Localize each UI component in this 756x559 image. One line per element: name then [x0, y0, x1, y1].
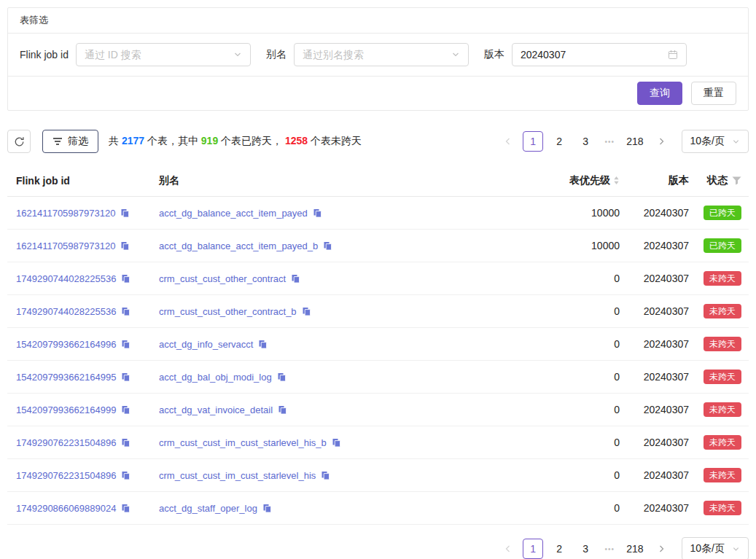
next-page-button[interactable]: [652, 131, 670, 152]
priority-cell: 0: [510, 273, 620, 284]
page-item-3[interactable]: 3: [575, 539, 596, 559]
copy-icon[interactable]: [121, 307, 130, 316]
copy-icon[interactable]: [302, 307, 311, 316]
alias-cell: acct_dg_staff_oper_log: [159, 503, 510, 514]
copy-icon[interactable]: [121, 274, 130, 284]
copy-icon[interactable]: [323, 241, 332, 251]
page-item-1[interactable]: 1: [523, 131, 543, 152]
summary-prefix: 共: [109, 135, 122, 146]
alias-link[interactable]: crm_cust_cust_other_contract: [159, 273, 286, 284]
status-badge: 未跨天: [704, 271, 741, 286]
copy-icon[interactable]: [121, 372, 130, 382]
calendar-icon: [668, 50, 678, 60]
version-cell: 20240307: [620, 207, 689, 219]
status-header-label: 状态: [707, 174, 728, 187]
status-badge: 已跨天: [704, 238, 741, 253]
job-id-link[interactable]: 1749290744028225536: [16, 306, 116, 317]
alias-link[interactable]: acct_dg_bal_obj_modi_log: [159, 372, 272, 383]
job-id-link[interactable]: 1749290762231504896: [16, 470, 116, 481]
alias-link[interactable]: acct_dg_balance_acct_item_payed_b: [159, 241, 318, 251]
page-size-select[interactable]: 10条/页: [682, 130, 749, 153]
version-value: 20240307: [644, 404, 689, 415]
version-cell: 20240307: [620, 240, 689, 251]
page-item-last[interactable]: 218: [623, 131, 646, 152]
job-id-link[interactable]: 1749290866069889024: [16, 503, 116, 514]
copy-icon[interactable]: [291, 274, 300, 284]
page-item-2[interactable]: 2: [549, 131, 569, 152]
alias-link[interactable]: acct_dg_info_servacct: [159, 339, 253, 350]
copy-icon[interactable]: [332, 438, 341, 447]
filter-button[interactable]: 筛选: [42, 130, 98, 153]
copy-icon[interactable]: [121, 471, 130, 480]
priority-value: 0: [614, 502, 620, 514]
priority-cell: 0: [510, 338, 620, 350]
copy-icon[interactable]: [120, 208, 130, 218]
chevron-down-icon: [233, 50, 242, 59]
alias-input[interactable]: [303, 49, 451, 60]
copy-icon[interactable]: [121, 438, 130, 447]
prev-page-button[interactable]: [499, 539, 517, 559]
alias-cell: acct_dg_balance_acct_item_payed_b: [159, 241, 510, 251]
alias-select[interactable]: [294, 43, 469, 66]
alias-link[interactable]: acct_dg_staff_oper_log: [159, 503, 257, 514]
refresh-button[interactable]: [7, 130, 31, 153]
reset-button[interactable]: 重置: [691, 82, 736, 105]
job-id-link[interactable]: 1749290744028225536: [16, 273, 116, 284]
copy-icon[interactable]: [121, 340, 130, 349]
search-button[interactable]: 查询: [637, 82, 682, 105]
pagination-ellipsis[interactable]: •••: [601, 545, 617, 553]
sort-icon[interactable]: [613, 176, 620, 185]
alias-link[interactable]: crm_cust_cust_other_contract_b: [159, 306, 297, 317]
copy-icon[interactable]: [258, 340, 268, 349]
job-id-link[interactable]: 1542097993662164999: [16, 404, 116, 415]
page-item-last[interactable]: 218: [623, 539, 646, 559]
job-id-link[interactable]: 1542097993662164996: [16, 339, 116, 350]
table-row: 1749290762231504896 crm_cust_cust_im_cus…: [7, 459, 749, 492]
job-id-link[interactable]: 1542097993662164995: [16, 372, 116, 383]
version-input[interactable]: [521, 49, 668, 60]
status-cell: 已跨天: [689, 238, 749, 253]
filter-fields-row: Flink job id 别名 版本: [8, 34, 748, 76]
copy-icon[interactable]: [277, 372, 287, 382]
copy-icon[interactable]: [321, 471, 330, 480]
page-size-select[interactable]: 10条/页: [682, 537, 749, 559]
pagination-ellipsis[interactable]: •••: [601, 138, 617, 146]
version-cell: 20240307: [620, 437, 689, 448]
copy-icon[interactable]: [121, 405, 130, 415]
alias-field: 别名: [266, 43, 469, 66]
page-item-2[interactable]: 2: [549, 539, 569, 559]
page-item-3[interactable]: 3: [575, 131, 596, 152]
copy-icon[interactable]: [120, 241, 130, 251]
job-id-cell: 1749290744028225536: [7, 306, 159, 317]
alias-link[interactable]: crm_cust_cust_im_cust_starlevel_his: [159, 470, 316, 481]
job-id-input[interactable]: [85, 49, 233, 60]
next-page-button[interactable]: [652, 539, 670, 559]
version-label: 版本: [484, 48, 504, 61]
copy-icon[interactable]: [262, 504, 272, 513]
page-item-1[interactable]: 1: [523, 539, 543, 559]
job-id-link[interactable]: 1621411705987973120: [16, 241, 115, 251]
refresh-icon: [14, 136, 25, 147]
alias-link[interactable]: acct_dg_balance_acct_item_payed: [159, 208, 308, 219]
version-date-picker[interactable]: [512, 43, 687, 66]
copy-icon[interactable]: [313, 208, 322, 218]
alias-link[interactable]: crm_cust_cust_im_cust_starlevel_his_b: [159, 437, 327, 448]
uncrossed-count: 1258: [285, 135, 308, 146]
priority-cell: 10000: [510, 240, 620, 251]
job-id-link[interactable]: 1749290762231504896: [16, 437, 116, 448]
col-header-alias: 别名: [159, 174, 510, 187]
alias-link[interactable]: acct_dg_vat_invoice_detail: [159, 404, 273, 415]
priority-cell: 0: [510, 437, 620, 448]
job-id-link[interactable]: 1621411705987973120: [16, 208, 115, 219]
copy-icon[interactable]: [121, 504, 130, 513]
version-cell: 20240307: [620, 502, 689, 514]
prev-page-button[interactable]: [499, 131, 517, 152]
job-id-select[interactable]: [76, 43, 251, 66]
status-cell: 未跨天: [689, 337, 749, 351]
copy-icon[interactable]: [278, 405, 287, 415]
version-value: 20240307: [644, 207, 689, 219]
funnel-filter-icon[interactable]: [732, 176, 741, 185]
version-value: 20240307: [644, 273, 689, 284]
version-value: 20240307: [644, 240, 689, 251]
alias-label: 别名: [266, 48, 287, 61]
